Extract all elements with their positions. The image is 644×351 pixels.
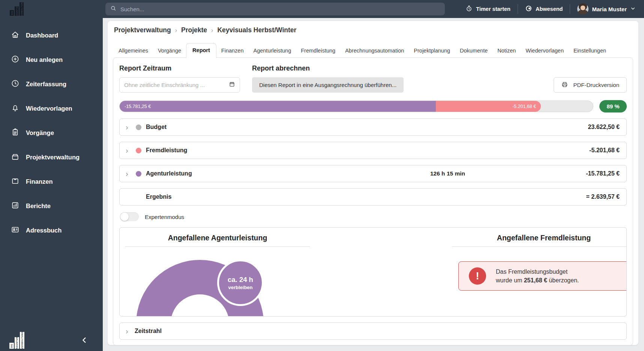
agency-donut-hole — [171, 294, 229, 316]
ergebnis-value: = 2.639,57 € — [586, 194, 620, 200]
chevron-right-icon[interactable]: › — [126, 327, 131, 335]
report-panel: Report Zeitraum Report abrechnen Ohne ze… — [113, 57, 633, 345]
tab-agenturleistung[interactable]: Agenturleistung — [248, 44, 296, 58]
clipboard-icon — [11, 128, 20, 138]
presence-label: Abwesend — [536, 6, 563, 12]
agenturleistung-row[interactable]: › Agenturleistung 126 h 15 min -15.781,2… — [119, 165, 627, 182]
ergebnis-row: Ergebnis = 2.639,57 € — [119, 188, 627, 206]
expert-mode-toggle[interactable] — [120, 212, 139, 221]
breadcrumb-projekte[interactable]: Projekte — [181, 26, 207, 34]
plus-circle-icon — [11, 55, 20, 65]
chevron-left-icon — [80, 339, 89, 345]
app-logo: DIE AGENTUR VERWALTUNG — [10, 2, 24, 16]
agenturleistung-hours: 126 h 15 min — [430, 170, 465, 177]
breadcrumb: Projektverwaltung › Projekte › Keyvisual… — [113, 26, 633, 34]
sidebar-collapse-button[interactable] — [80, 336, 89, 346]
zeitraum-date-input[interactable]: Ohne zeitliche Einschränkung ... — [119, 77, 240, 93]
topbar-divider — [518, 4, 518, 14]
user-menu[interactable]: Maria Muster — [577, 3, 636, 15]
timer-label: Timer starten — [476, 6, 510, 12]
presence-status-icon — [525, 5, 532, 13]
agenturleistung-label: Agenturleistung — [146, 170, 192, 177]
sidebar-item-label: Vorgänge — [26, 129, 54, 136]
agency-chart-title: Angefallene Agenturleistung — [125, 234, 310, 247]
tab-fremdleistung[interactable]: Fremdleistung — [296, 44, 340, 58]
topbar-divider — [570, 4, 570, 14]
logo-bar: DIE — [9, 343, 14, 349]
stopwatch-icon — [465, 5, 473, 13]
expert-mode-control: Expertenmodus — [119, 212, 627, 221]
sidebar-item-zeiterfassung[interactable]: Zeiterfassung — [0, 76, 103, 92]
bar-chart-icon — [11, 201, 20, 211]
fremdleistung-row[interactable]: › Fremdleistung -5.201,68 € — [119, 142, 627, 159]
tab-abrechnungsautomation[interactable]: Abrechnungsautomation — [340, 44, 409, 58]
logo-bar: AGENTUR — [15, 337, 19, 349]
global-search[interactable] — [105, 3, 445, 15]
presence-toggle[interactable]: Abwesend — [525, 5, 563, 13]
sidebar-item-wiedervorlagen[interactable]: Wiedervorlagen — [0, 101, 103, 116]
tab-projektplanung[interactable]: Projektplanung — [409, 44, 455, 58]
home-icon — [11, 30, 20, 40]
remaining-hours-badge: ca. 24 h verbleiben — [217, 260, 264, 306]
tab-dokumente[interactable]: Dokumente — [455, 44, 492, 58]
create-invoice-button[interactable]: Diesen Report in eine Ausgangsrechnung ü… — [252, 77, 404, 93]
chevron-down-icon — [630, 6, 636, 12]
external-chart-section: Angefallene Fremdleistung ! Das Fremdlei… — [452, 228, 627, 316]
budget-row[interactable]: › Budget 23.622,50 € — [119, 118, 627, 136]
breadcrumb-current-project: Keyvisuals Herbst/Winter — [217, 26, 296, 34]
timer-start-button[interactable]: Timer starten — [465, 5, 510, 13]
search-icon — [110, 5, 116, 13]
sidebar-item-label: Dashboard — [26, 32, 58, 39]
tab-report[interactable]: Report — [186, 43, 216, 58]
bell-icon — [11, 104, 20, 114]
logo-bar: VERWALTUNG — [20, 2, 24, 16]
zeitstrahl-row[interactable]: › Zeitstrahl — [119, 322, 627, 340]
search-input[interactable] — [120, 6, 440, 12]
tab-finanzen[interactable]: Finanzen — [216, 44, 249, 58]
sidebar-item-label: Finanzen — [26, 178, 53, 185]
content-area: Timer starten Abwesend Maria Muster Proj… — [103, 0, 644, 351]
sidebar-item-label: Projektverwaltung — [26, 154, 80, 161]
breadcrumb-separator: › — [175, 27, 177, 34]
expert-mode-label: Expertenmodus — [145, 214, 184, 220]
pdf-print-button[interactable]: PDF-Druckversion — [554, 77, 627, 93]
clock-icon — [11, 79, 20, 89]
chevron-right-icon[interactable]: › — [126, 147, 131, 154]
sidebar-item-label: Zeiterfassung — [26, 81, 66, 88]
budget-value: 23.622,50 € — [588, 124, 620, 130]
user-name: Maria Muster — [592, 6, 627, 12]
sidebar-item-finanzen[interactable]: Finanzen — [0, 174, 103, 189]
tab-einstellungen[interactable]: Einstellungen — [569, 44, 611, 58]
sidebar-item-label: Neu anlegen — [26, 56, 63, 63]
agenturleistung-value: -15.781,25 € — [586, 170, 620, 177]
report-abrechnen-heading: Report abrechnen — [252, 64, 310, 72]
topbar: Timer starten Abwesend Maria Muster — [103, 0, 644, 18]
sidebar: DIE AGENTUR VERWALTUNG Dashboard Neu anl… — [0, 0, 103, 351]
sidebar-item-projektverwaltung[interactable]: Projektverwaltung — [0, 150, 103, 165]
tab-allgemeines[interactable]: Allgemeines — [114, 44, 153, 58]
external-chart-title: Angefallene Fremdleistung — [452, 234, 627, 247]
breadcrumb-projektverwaltung[interactable]: Projektverwaltung — [114, 26, 171, 34]
zeitraum-placeholder: Ohne zeitliche Einschränkung ... — [124, 82, 229, 88]
sidebar-item-dashboard[interactable]: Dashboard — [0, 28, 103, 43]
sidebar-item-berichte[interactable]: Berichte — [0, 198, 103, 213]
remaining-hours-caption: verbleiben — [228, 285, 252, 290]
sidebar-item-vorgaenge[interactable]: Vorgänge — [0, 125, 103, 140]
footer-logo: DIE AGENTUR VERWALTUNG — [9, 332, 24, 349]
tab-notizen[interactable]: Notizen — [492, 44, 521, 58]
ergebnis-label: Ergebnis — [146, 194, 171, 200]
project-tabs: Allgemeines Vorgänge Report Finanzen Age… — [114, 43, 633, 58]
logo-bar: AGENTUR — [15, 6, 19, 16]
progress-segment-fremdleistung: -5.201,68 € — [436, 101, 541, 112]
charts-card: Angefallene Agenturleistung ca. 24 h ver… — [119, 227, 627, 316]
tab-wiedervorlagen[interactable]: Wiedervorlagen — [521, 44, 569, 58]
chevron-right-icon[interactable]: › — [126, 170, 131, 177]
tab-vorgaenge[interactable]: Vorgänge — [153, 44, 186, 58]
breadcrumb-separator: › — [211, 27, 213, 34]
sidebar-item-adressbuch[interactable]: Adressbuch — [0, 223, 103, 238]
exclamation-icon: ! — [469, 267, 486, 285]
chevron-right-icon[interactable]: › — [126, 123, 131, 131]
zeitstrahl-label: Zeitstrahl — [135, 328, 162, 334]
sidebar-item-neu-anlegen[interactable]: Neu anlegen — [0, 52, 103, 67]
panel-headings: Report Zeitraum Report abrechnen — [119, 64, 627, 72]
